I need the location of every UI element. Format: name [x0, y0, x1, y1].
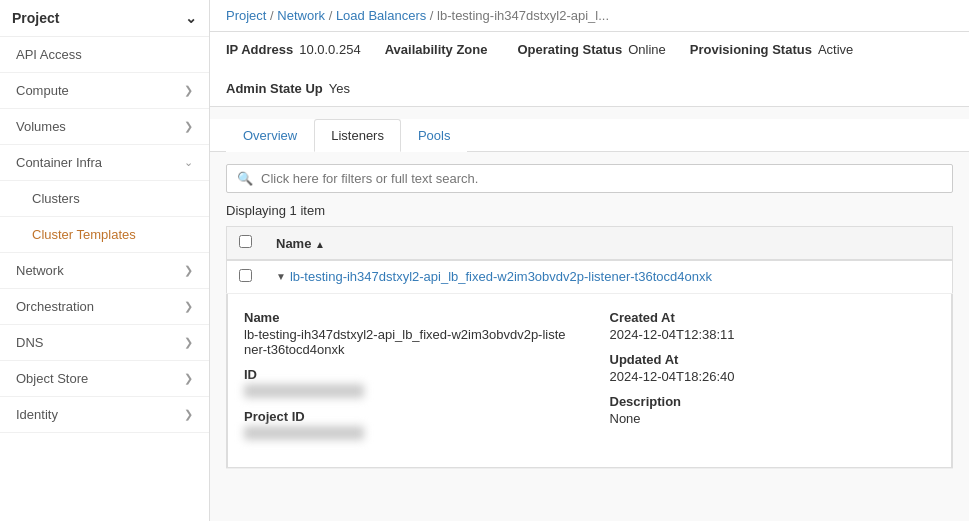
- sidebar-item-network[interactable]: Network ❯: [0, 253, 209, 289]
- sidebar-item-container-infra[interactable]: Container Infra ⌄: [0, 145, 209, 181]
- breadcrumb-network[interactable]: Network: [277, 8, 325, 23]
- breadcrumb-project[interactable]: Project: [226, 8, 266, 23]
- breadcrumb-sep3: /: [430, 8, 437, 23]
- detail-description-row: Description None: [610, 394, 936, 426]
- sidebar-label-object-store: Object Store: [16, 371, 88, 386]
- sidebar-label-api-access: API Access: [16, 47, 82, 62]
- tab-listeners[interactable]: Listeners: [314, 119, 401, 152]
- status-ip-val: 10.0.0.254: [299, 42, 360, 57]
- sort-arrow-icon: ▲: [315, 239, 325, 250]
- sidebar-project-top[interactable]: Project ⌄: [0, 0, 209, 37]
- detail-id-row: ID: [244, 367, 570, 399]
- sidebar-item-dns[interactable]: DNS ❯: [0, 325, 209, 361]
- chevron-down-icon: ⌄: [184, 156, 193, 169]
- sidebar-project-chevron: ⌄: [185, 10, 197, 26]
- sidebar-item-cluster-templates[interactable]: Cluster Templates: [0, 217, 209, 253]
- status-prov-key: Provisioning Status: [690, 42, 812, 57]
- sidebar-item-clusters[interactable]: Clusters: [0, 181, 209, 217]
- th-name[interactable]: Name ▲: [264, 227, 953, 261]
- detail-created-at-row: Created At 2024-12-04T12:38:11: [610, 310, 936, 342]
- detail-panel-cell: Name lb-testing-ih347dstxyl2-api_lb_fixe…: [227, 294, 953, 469]
- status-operating-status: Operating Status Online: [517, 42, 665, 57]
- row-checkbox-cell: [227, 260, 265, 294]
- search-bar[interactable]: 🔍: [226, 164, 953, 193]
- status-ip-address: IP Address 10.0.0.254: [226, 42, 361, 57]
- sidebar-label-network: Network: [16, 263, 64, 278]
- detail-updated-at-label: Updated At: [610, 352, 936, 367]
- sidebar-label-cluster-templates: Cluster Templates: [32, 227, 136, 242]
- detail-name-val: lb-testing-ih347dstxyl2-api_lb_fixed-w2i…: [244, 327, 570, 357]
- detail-updated-at-val: 2024-12-04T18:26:40: [610, 369, 936, 384]
- detail-description-label: Description: [610, 394, 936, 409]
- status-provisioning-status: Provisioning Status Active: [690, 42, 853, 57]
- data-table: Name ▲ ▼ lb-testing-ih347dstxyl2-api_lb_…: [226, 226, 953, 469]
- sidebar: Project ⌄ API Access Compute ❯ Volumes ❯…: [0, 0, 210, 521]
- detail-col-right: Created At 2024-12-04T12:38:11 Updated A…: [610, 310, 936, 451]
- status-admin-key: Admin State Up: [226, 81, 323, 96]
- sidebar-label-identity: Identity: [16, 407, 58, 422]
- detail-project-id-label: Project ID: [244, 409, 570, 424]
- sidebar-label-volumes: Volumes: [16, 119, 66, 134]
- detail-project-id-row: Project ID: [244, 409, 570, 441]
- detail-updated-at-row: Updated At 2024-12-04T18:26:40: [610, 352, 936, 384]
- row-name-cell: ▼ lb-testing-ih347dstxyl2-api_lb_fixed-w…: [264, 260, 953, 294]
- table-header-row: Name ▲: [227, 227, 953, 261]
- sidebar-item-orchestration[interactable]: Orchestration ❯: [0, 289, 209, 325]
- content-area: 🔍 Displaying 1 item Name ▲: [210, 152, 969, 481]
- sidebar-label-compute: Compute: [16, 83, 69, 98]
- status-op-key: Operating Status: [517, 42, 622, 57]
- breadcrumb-load-balancers[interactable]: Load Balancers: [336, 8, 426, 23]
- detail-id-val: [244, 384, 364, 398]
- sidebar-label-dns: DNS: [16, 335, 43, 350]
- status-availability-zone: Availability Zone: [385, 42, 494, 57]
- th-checkbox: [227, 227, 265, 261]
- sidebar-item-api-access[interactable]: API Access: [0, 37, 209, 73]
- chevron-down-icon: ▼: [276, 271, 286, 282]
- chevron-right-icon: ❯: [184, 336, 193, 349]
- status-prov-val: Active: [818, 42, 853, 57]
- detail-created-at-label: Created At: [610, 310, 936, 325]
- chevron-right-icon: ❯: [184, 372, 193, 385]
- chevron-right-icon: ❯: [184, 264, 193, 277]
- tabs: Overview Listeners Pools: [210, 119, 969, 152]
- status-admin-val: Yes: [329, 81, 350, 96]
- row-expand[interactable]: ▼ lb-testing-ih347dstxyl2-api_lb_fixed-w…: [276, 269, 940, 284]
- row-name-link[interactable]: lb-testing-ih347dstxyl2-api_lb_fixed-w2i…: [290, 269, 712, 284]
- sidebar-project-label: Project: [12, 10, 59, 26]
- select-all-checkbox[interactable]: [239, 235, 252, 248]
- detail-panel: Name lb-testing-ih347dstxyl2-api_lb_fixe…: [227, 294, 952, 468]
- chevron-right-icon: ❯: [184, 300, 193, 313]
- status-ip-key: IP Address: [226, 42, 293, 57]
- detail-project-id-val: [244, 426, 364, 440]
- status-op-val: Online: [628, 42, 666, 57]
- chevron-right-icon: ❯: [184, 120, 193, 133]
- detail-id-label: ID: [244, 367, 570, 382]
- breadcrumb-current: lb-testing-ih347dstxyl2-api_l...: [437, 8, 609, 23]
- detail-panel-row: Name lb-testing-ih347dstxyl2-api_lb_fixe…: [227, 294, 953, 469]
- sidebar-item-volumes[interactable]: Volumes ❯: [0, 109, 209, 145]
- chevron-right-icon: ❯: [184, 408, 193, 421]
- search-icon: 🔍: [237, 171, 253, 186]
- chevron-right-icon: ❯: [184, 84, 193, 97]
- sidebar-label-clusters: Clusters: [32, 191, 80, 206]
- breadcrumb-sep2: /: [329, 8, 336, 23]
- detail-name-row: Name lb-testing-ih347dstxyl2-api_lb_fixe…: [244, 310, 570, 357]
- main-content: Project / Network / Load Balancers / lb-…: [210, 0, 969, 521]
- displaying-text: Displaying 1 item: [226, 203, 953, 218]
- tab-pools[interactable]: Pools: [401, 119, 468, 152]
- detail-created-at-val: 2024-12-04T12:38:11: [610, 327, 936, 342]
- status-bar: IP Address 10.0.0.254 Availability Zone …: [210, 32, 969, 107]
- sidebar-label-orchestration: Orchestration: [16, 299, 94, 314]
- search-input[interactable]: [261, 171, 942, 186]
- sidebar-item-compute[interactable]: Compute ❯: [0, 73, 209, 109]
- th-name-label: Name: [276, 236, 315, 251]
- sidebar-item-object-store[interactable]: Object Store ❯: [0, 361, 209, 397]
- sidebar-label-container-infra: Container Infra: [16, 155, 102, 170]
- detail-col-left: Name lb-testing-ih347dstxyl2-api_lb_fixe…: [244, 310, 570, 451]
- breadcrumb: Project / Network / Load Balancers / lb-…: [210, 0, 969, 32]
- detail-name-label: Name: [244, 310, 570, 325]
- status-az-key: Availability Zone: [385, 42, 488, 57]
- sidebar-item-identity[interactable]: Identity ❯: [0, 397, 209, 433]
- tab-overview[interactable]: Overview: [226, 119, 314, 152]
- row-checkbox[interactable]: [239, 269, 252, 282]
